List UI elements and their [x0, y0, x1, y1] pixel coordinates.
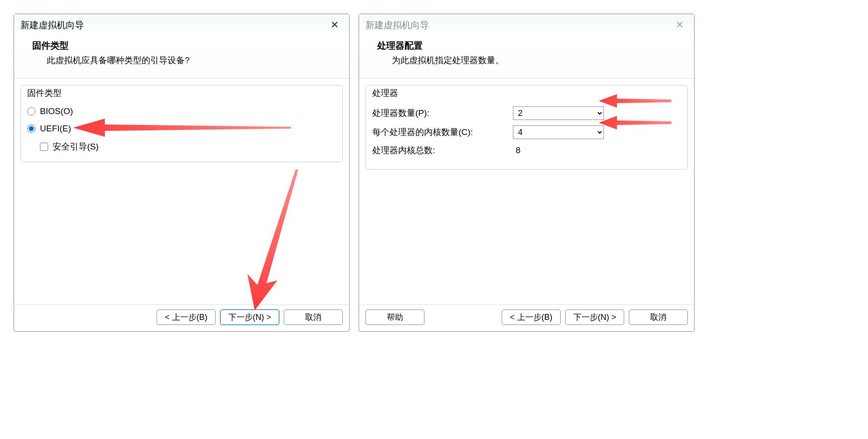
radio-row-bios[interactable]: BIOS(O): [27, 106, 336, 116]
header-subheading: 为此虚拟机指定处理器数量。: [392, 55, 681, 66]
titlebar: 新建虚拟机向导 ✕: [359, 14, 694, 35]
header-subheading: 此虚拟机应具备哪种类型的引导设备?: [47, 55, 335, 66]
radio-uefi[interactable]: [27, 125, 35, 133]
firmware-type-dialog: 新建虚拟机向导 ✕ 固件类型 此虚拟机应具备哪种类型的引导设备? 固件类型 BI…: [14, 14, 350, 332]
processor-count-select[interactable]: 2: [513, 106, 604, 120]
radio-bios-label: BIOS(O): [40, 106, 73, 116]
annotation-arrow-next: [241, 170, 314, 310]
next-button[interactable]: 下一步(N) >: [220, 309, 279, 325]
dialog-title: 新建虚拟机向导: [365, 19, 429, 31]
dialog-footer: < 上一步(B) 下一步(N) > 取消: [14, 304, 349, 331]
cancel-button[interactable]: 取消: [284, 309, 343, 325]
row-cores-per-processor: 每个处理器的内核数量(C): 4: [372, 125, 681, 139]
header-heading: 处理器配置: [377, 40, 681, 52]
radio-bios[interactable]: [27, 107, 35, 115]
dialog-header: 固件类型 此虚拟机应具备哪种类型的引导设备?: [14, 35, 349, 79]
back-button[interactable]: < 上一步(B): [502, 309, 561, 325]
titlebar: 新建虚拟机向导 ✕: [14, 14, 349, 35]
radio-row-uefi[interactable]: UEFI(E): [27, 124, 336, 134]
close-icon: ✕: [330, 20, 339, 30]
checkbox-secure-boot-label: 安全引导(S): [53, 141, 99, 153]
close-icon: ✕: [676, 20, 684, 30]
next-button[interactable]: 下一步(N) >: [565, 309, 624, 325]
checkbox-secure-boot[interactable]: [40, 143, 48, 151]
dialog-footer: 帮助 < 上一步(B) 下一步(N) > 取消: [359, 304, 694, 331]
close-button[interactable]: ✕: [326, 19, 343, 31]
total-cores-label: 处理器内核总数:: [372, 145, 513, 156]
firmware-groupbox: 固件类型 BIOS(O) UEFI(E) 安全引导(S): [20, 85, 343, 162]
check-row-secure-boot[interactable]: 安全引导(S): [40, 141, 336, 153]
dialog-header: 处理器配置 为此虚拟机指定处理器数量。: [359, 35, 694, 79]
processor-groupbox: 处理器 处理器数量(P): 2 每个处理器的内核数量(C): 4 处理器内核总数…: [365, 85, 688, 170]
help-button[interactable]: 帮助: [365, 309, 424, 325]
row-total-cores: 处理器内核总数: 8: [372, 145, 681, 156]
group-label: 处理器: [370, 85, 398, 103]
radio-uefi-label: UEFI(E): [40, 124, 71, 134]
cores-per-processor-label: 每个处理器的内核数量(C):: [372, 126, 513, 138]
processor-config-dialog: 新建虚拟机向导 ✕ 处理器配置 为此虚拟机指定处理器数量。 处理器 处理器数量(…: [359, 14, 695, 332]
close-button[interactable]: ✕: [671, 19, 688, 31]
row-processor-count: 处理器数量(P): 2: [372, 106, 681, 120]
svg-marker-1: [247, 170, 298, 310]
back-button[interactable]: < 上一步(B): [157, 309, 216, 325]
cores-per-processor-select[interactable]: 4: [513, 125, 604, 139]
group-label: 固件类型: [25, 85, 62, 103]
total-cores-value: 8: [513, 145, 521, 155]
dialog-title: 新建虚拟机向导: [20, 19, 84, 31]
dialog-body: 处理器 处理器数量(P): 2 每个处理器的内核数量(C): 4 处理器内核总数…: [359, 79, 694, 304]
header-heading: 固件类型: [32, 40, 335, 52]
cancel-button[interactable]: 取消: [629, 309, 688, 325]
dialog-body: 固件类型 BIOS(O) UEFI(E) 安全引导(S): [14, 79, 349, 304]
processor-count-label: 处理器数量(P):: [372, 107, 513, 119]
